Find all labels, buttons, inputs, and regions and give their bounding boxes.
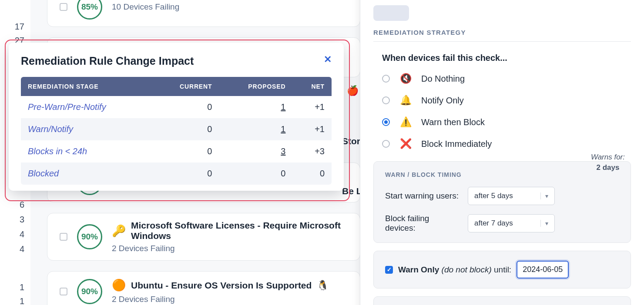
current-cell: 0 bbox=[153, 118, 219, 140]
col-proposed: PROPOSED bbox=[219, 77, 292, 96]
proposed-cell[interactable]: 3 bbox=[219, 140, 292, 162]
warn-only-tail: until: bbox=[494, 265, 511, 274]
warn-only-date-input[interactable]: 2024-06-05 bbox=[517, 261, 569, 278]
chevron-down-icon: ▾ bbox=[540, 220, 548, 227]
option-label: Warn then Block bbox=[421, 117, 485, 127]
net-cell: +1 bbox=[292, 96, 332, 118]
radio-button[interactable] bbox=[382, 96, 390, 104]
gutter-n: 6 bbox=[14, 200, 24, 210]
limit-box: Limit remediation strategy to a subset o… bbox=[373, 296, 631, 305]
col-stage: REMEDIATION STAGE bbox=[21, 77, 153, 96]
net-cell: 0 bbox=[292, 162, 332, 185]
check-title: Ubuntu - Ensure OS Version Is Supported bbox=[131, 280, 312, 291]
warn-only-checkbox[interactable]: ✓ bbox=[385, 266, 393, 274]
apple-icon: 🍎 bbox=[347, 85, 359, 96]
start-warn-label: Start warning users: bbox=[385, 191, 460, 201]
strategy-option[interactable]: ❌Block Immediately bbox=[382, 138, 631, 150]
select-checkbox[interactable] bbox=[60, 3, 67, 11]
net-cell: +3 bbox=[292, 140, 332, 162]
strategy-option[interactable]: 🔔Notify Only bbox=[382, 94, 631, 106]
option-label: Notify Only bbox=[421, 96, 464, 106]
failing-count: 2 Devices Failing bbox=[112, 295, 329, 304]
current-cell: 0 bbox=[153, 140, 219, 162]
option-icon: ⚠️ bbox=[399, 116, 412, 128]
strategy-option[interactable]: ⚠️Warn then Block bbox=[382, 116, 631, 128]
failing-count: 10 Devices Failing bbox=[112, 2, 179, 12]
section-header: REMEDIATION STRATEGY bbox=[373, 29, 631, 42]
timing-header: WARN / BLOCK TIMING bbox=[385, 171, 619, 178]
col-net: NET bbox=[292, 77, 332, 96]
warns-for-note: Warns for: 2 days bbox=[591, 153, 625, 172]
timing-box: WARN / BLOCK TIMING Start warning users:… bbox=[373, 161, 631, 243]
pass-percent: 90% bbox=[77, 224, 102, 249]
proposed-cell[interactable]: 1 bbox=[219, 96, 292, 118]
stage-cell[interactable]: Blocks in < 24h bbox=[21, 140, 153, 162]
warn-only-box: ✓ Warn Only (do not block) until: 2024-0… bbox=[373, 251, 631, 288]
radio-button[interactable] bbox=[382, 75, 390, 83]
table-row: Blocked000 bbox=[21, 162, 332, 185]
warn-only-paren: (do not block) bbox=[442, 265, 492, 274]
modal-title: Remediation Rule Change Impact bbox=[21, 55, 194, 67]
block-value: after 7 days bbox=[474, 219, 513, 228]
option-icon: ❌ bbox=[399, 138, 412, 150]
net-cell: +1 bbox=[292, 118, 332, 140]
block-select[interactable]: after 7 days ▾ bbox=[468, 214, 555, 232]
table-row: Blocks in < 24h03+3 bbox=[21, 140, 332, 162]
gutter-n: 4 bbox=[14, 229, 24, 239]
current-cell: 0 bbox=[153, 96, 219, 118]
gutter-n: 1 bbox=[14, 282, 24, 292]
option-label: Block Immediately bbox=[421, 139, 492, 149]
stage-cell[interactable]: Warn/Notify bbox=[21, 118, 153, 140]
table-row: Warn/Notify01+1 bbox=[21, 118, 332, 140]
radio-button[interactable] bbox=[382, 140, 390, 148]
close-icon[interactable]: ✕ bbox=[324, 55, 332, 64]
gutter-n: 1 bbox=[14, 296, 24, 305]
proposed-cell[interactable]: 1 bbox=[219, 118, 292, 140]
strategy-question: When devices fail this check... bbox=[382, 53, 631, 63]
chevron-down-icon: ▾ bbox=[540, 192, 548, 199]
block-label: Block failing devices: bbox=[385, 214, 460, 233]
radio-button[interactable] bbox=[382, 118, 390, 126]
start-warn-select[interactable]: after 5 days ▾ bbox=[468, 187, 555, 205]
check-card[interactable]: 90% 🔑 Microsoft Software Licenses - Requ… bbox=[47, 213, 360, 261]
check-card[interactable]: 85% 10 Devices Failing bbox=[47, 0, 360, 27]
option-label: Do Nothing bbox=[421, 74, 465, 84]
status-chip[interactable] bbox=[373, 5, 409, 21]
config-panel: REMEDIATION STRATEGY When devices fail t… bbox=[360, 0, 644, 305]
impact-table: REMEDIATION STAGE CURRENT PROPOSED NET P… bbox=[21, 77, 332, 185]
col-current: CURRENT bbox=[153, 77, 219, 96]
proposed-cell[interactable]: 0 bbox=[219, 162, 292, 185]
failing-count: 2 Devices Failing bbox=[112, 244, 351, 253]
pass-percent: 90% bbox=[77, 279, 102, 304]
stage-cell[interactable]: Pre-Warn/Pre-Notify bbox=[21, 96, 153, 118]
pass-percent: 85% bbox=[77, 0, 102, 20]
impact-modal: Remediation Rule Change Impact ✕ REMEDIA… bbox=[9, 43, 344, 191]
strategy-option[interactable]: 🔇Do Nothing bbox=[382, 73, 631, 85]
select-checkbox[interactable] bbox=[60, 288, 67, 295]
table-row: Pre-Warn/Pre-Notify01+1 bbox=[21, 96, 332, 118]
current-cell: 0 bbox=[153, 162, 219, 185]
ubuntu-icon: 🟠 bbox=[112, 278, 126, 292]
truncated-text: Be L bbox=[342, 186, 362, 196]
check-card[interactable]: 90% 🟠 Ubuntu - Ensure OS Version Is Supp… bbox=[47, 271, 360, 305]
check-title: Microsoft Software Licenses - Require Mi… bbox=[131, 220, 351, 241]
gutter-n: 4 bbox=[14, 244, 24, 254]
option-icon: 🔇 bbox=[399, 73, 412, 85]
select-checkbox[interactable] bbox=[60, 233, 67, 241]
gutter-n: 17 bbox=[14, 22, 24, 32]
stage-cell[interactable]: Blocked bbox=[21, 162, 153, 185]
linux-icon: 🐧 bbox=[317, 280, 329, 291]
option-icon: 🔔 bbox=[399, 94, 412, 106]
warn-only-label: Warn Only bbox=[398, 265, 439, 274]
start-warn-value: after 5 days bbox=[474, 192, 513, 200]
key-icon: 🔑 bbox=[112, 224, 126, 238]
gutter-n: 3 bbox=[14, 215, 24, 225]
